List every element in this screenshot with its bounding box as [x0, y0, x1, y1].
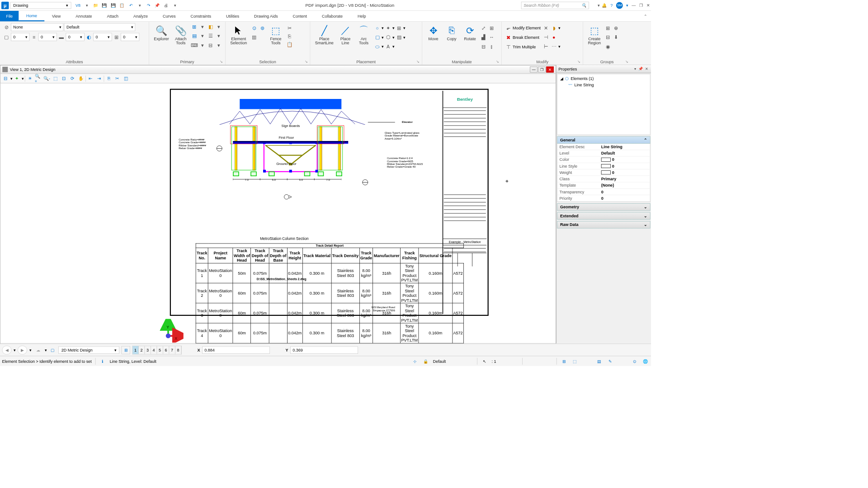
linestyle-icon[interactable]: ≡ — [30, 33, 38, 41]
copy-icon[interactable]: ⎘ — [286, 33, 293, 40]
view-titlebar[interactable]: View 1, 2D Metric Design — ❐ ✕ — [0, 65, 556, 74]
chevron-down-icon[interactable]: ▾ — [84, 2, 90, 9]
properties-tree[interactable]: ◢ ⬡ Elements (1) 〰 Line String — [557, 74, 650, 135]
dgn-sync-icon[interactable]: 🌐 — [642, 357, 649, 365]
chevron-down-icon[interactable]: ▾ — [199, 23, 207, 31]
stretch-icon[interactable]: ↔ — [488, 33, 495, 41]
break-element-label[interactable]: Break Element — [513, 35, 539, 40]
property-row[interactable]: LevelDefault — [557, 150, 650, 156]
chevron-down-icon[interactable]: ▾ — [403, 26, 406, 31]
property-value[interactable]: Line String — [599, 144, 650, 150]
level-icon[interactable]: ⊘ — [3, 23, 10, 31]
set-mark-icon[interactable]: 📌 — [154, 2, 161, 9]
model-icon[interactable]: ▢ — [49, 346, 57, 354]
close-icon[interactable]: ✕ — [646, 3, 650, 8]
property-value[interactable]: Default — [599, 150, 650, 156]
property-row[interactable]: Color0 — [557, 157, 650, 163]
chevron-down-icon[interactable]: ▾ — [137, 2, 143, 9]
pan-view-icon[interactable]: ✋ — [77, 75, 85, 82]
copy-button[interactable]: ⎘Copy — [443, 23, 460, 42]
properties-icon[interactable]: ☰ — [207, 32, 215, 40]
close-view-icon[interactable]: ✕ — [546, 66, 554, 73]
linestyle-dropdown[interactable]: 0▾ — [38, 33, 57, 41]
priority-icon[interactable]: ⊞ — [113, 33, 120, 41]
transparency-dropdown[interactable]: 0▾ — [93, 33, 112, 41]
offset-icon[interactable]: ⫿ — [488, 43, 495, 51]
group-icon[interactable]: ⊞ — [604, 24, 612, 32]
property-row[interactable]: Template(None) — [557, 183, 650, 189]
rotate-view-icon[interactable]: ⟳ — [69, 75, 76, 82]
ellipse-icon[interactable]: ⬭ — [373, 43, 381, 51]
collapse-ribbon-icon[interactable]: ⌃ — [640, 11, 651, 21]
point-icon[interactable]: ✦ — [384, 24, 392, 32]
workflow-dropdown[interactable]: Drawing ▾ — [10, 2, 71, 9]
chevron-down-icon[interactable]: ▾ — [558, 26, 561, 31]
tab-utilities[interactable]: Utilities — [218, 11, 246, 21]
print-icon[interactable]: 🖨 — [163, 2, 170, 9]
clip-volume-icon[interactable]: ✂ — [113, 75, 121, 82]
color-dropdown[interactable]: 0▾ — [11, 33, 29, 41]
weight-icon[interactable]: ▬ — [58, 33, 66, 41]
active-level[interactable]: Default — [433, 359, 474, 364]
restore-icon[interactable]: ❐ — [639, 3, 643, 8]
select-none-icon[interactable]: ⊚ — [259, 24, 266, 32]
chevron-down-icon[interactable]: ▾ — [392, 44, 395, 49]
property-row[interactable]: Priority0 — [557, 195, 650, 202]
view-tab-8[interactable]: 8 — [175, 346, 182, 354]
property-row[interactable]: ClassPrimary — [557, 176, 650, 182]
delete-icon[interactable]: ● — [550, 33, 558, 41]
text-icon[interactable]: A — [384, 43, 392, 51]
model-dropdown[interactable]: 2D Metric Design▾ — [58, 346, 119, 354]
chevron-down-icon[interactable]: ▾ — [22, 76, 24, 81]
add-to-group-icon[interactable]: ⊕ — [613, 24, 620, 32]
pin-icon[interactable]: 📌 — [637, 67, 644, 71]
cut-icon[interactable]: ✂ — [286, 24, 293, 32]
snap-mode-icon[interactable]: ⊹ — [411, 357, 419, 365]
nav-forward-button[interactable]: ▶ — [18, 346, 27, 355]
info-icon[interactable]: ℹ — [99, 357, 107, 365]
minimize-view-icon[interactable]: — — [530, 66, 538, 73]
chevron-down-icon[interactable]: ▾ — [10, 76, 13, 81]
design-history-icon[interactable]: ⊙ — [631, 357, 638, 365]
hatch-icon[interactable]: ▨ — [395, 33, 403, 41]
tab-view[interactable]: View — [45, 11, 68, 21]
tab-constraints[interactable]: Constraints — [183, 11, 219, 21]
save-settings-icon[interactable]: 💾 — [110, 2, 117, 9]
launcher-icon[interactable]: ↘ — [625, 60, 628, 63]
chevron-down-icon[interactable]: ▾ — [215, 23, 223, 31]
view-groups-icon[interactable]: ⊞ — [122, 346, 131, 354]
break-element-icon[interactable]: ✖ — [505, 34, 512, 42]
view-tab-2[interactable]: 2 — [139, 346, 145, 354]
maximize-view-icon[interactable]: ❐ — [538, 66, 546, 73]
modify-element-icon[interactable]: ⬐ — [505, 24, 512, 32]
chevron-down-icon[interactable]: ▾ — [215, 32, 223, 40]
view-tab-1[interactable]: 1 — [132, 346, 139, 354]
level-manager-icon[interactable]: ▤ — [191, 32, 198, 40]
property-row[interactable]: Weight0 — [557, 169, 650, 176]
notification-icon[interactable]: 🔔 — [602, 3, 607, 8]
group-hole-icon[interactable]: ◉ — [604, 43, 612, 51]
property-value[interactable]: Primary — [599, 176, 650, 182]
tab-attach[interactable]: Attach — [99, 11, 126, 21]
compress-icon[interactable]: 📋 — [119, 2, 126, 9]
trim-to-intersection-icon[interactable]: ⊣ — [542, 33, 550, 41]
chevron-down-icon[interactable]: ▾ — [199, 32, 207, 40]
property-value[interactable]: (None) — [599, 183, 650, 189]
polygon-icon[interactable]: ⬡ — [384, 33, 392, 41]
zoom-out-icon[interactable]: 🔍- — [43, 75, 51, 82]
property-value[interactable]: 0 — [599, 163, 650, 169]
key-in-icon[interactable]: ⌨ — [191, 42, 198, 49]
trim-multiple-label[interactable]: Trim Multiple — [513, 45, 536, 50]
cell-icon[interactable]: ⊞ — [395, 24, 403, 32]
extend-icon[interactable]: ✕ — [542, 24, 550, 32]
work-mode-icon[interactable]: ▤ — [595, 357, 603, 365]
view-previous-icon[interactable]: ⇤ — [87, 75, 94, 82]
more-modify-icon[interactable]: ⋯ — [550, 43, 558, 51]
trim-multiple-icon[interactable]: ⊤ — [505, 43, 512, 51]
circle-icon[interactable]: ○ — [373, 24, 381, 32]
tree-root[interactable]: ◢ ⬡ Elements (1) — [559, 75, 649, 82]
paste-icon[interactable]: 📋 — [286, 41, 293, 48]
launcher-icon[interactable]: ↘ — [220, 60, 222, 63]
launcher-icon[interactable]: ↘ — [305, 60, 307, 63]
level-dropdown[interactable]: None▾ — [11, 23, 63, 31]
